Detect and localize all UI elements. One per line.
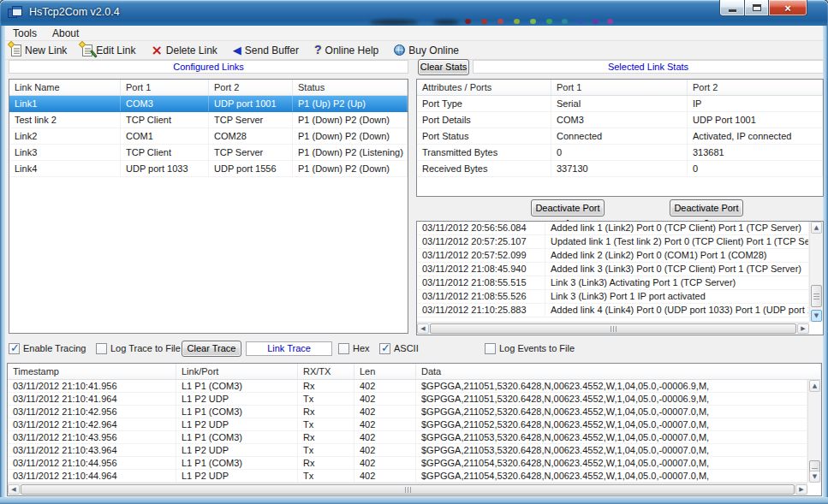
cell: TCP Server <box>209 112 293 127</box>
trace-row[interactable]: 03/11/2012 21:10:41.964L1 P2 UDPTx402$GP… <box>8 393 807 406</box>
scroll-right-button[interactable]: ▶ <box>797 323 809 334</box>
scroll-right-button[interactable]: ▶ <box>795 484 807 495</box>
deactivate-port1-button[interactable]: Deactivate Port 1 <box>531 199 605 216</box>
event-row[interactable]: 03/11/2012 21:08:45.940Added link 3 (Lin… <box>417 263 809 276</box>
enable-tracing-label[interactable]: Enable Tracing <box>23 343 86 354</box>
column-header-timestamp[interactable]: Timestamp <box>8 364 176 379</box>
trace-horizontal-scrollbar[interactable]: ◀ ▶ <box>8 483 807 495</box>
column-header-len[interactable]: Len <box>354 364 416 379</box>
enable-tracing-checkbox[interactable] <box>9 343 20 354</box>
cell: $GPGGA,211051,5320.6428,N,00623.4552,W,1… <box>416 393 807 405</box>
column-header-stats-port2[interactable]: Port 2 <box>688 80 823 95</box>
column-header-rxtx[interactable]: RX/TX <box>298 364 354 379</box>
cell: L1 P2 UDP <box>176 393 298 405</box>
event-row[interactable]: 03/11/2012 21:08:55.526Link 3 (Link3) Po… <box>417 290 809 304</box>
column-header-attributes[interactable]: Attributes / Ports <box>417 80 551 95</box>
link-row[interactable]: Link4UDP port 1033UDP port 1556P1 (Down)… <box>9 161 408 177</box>
event-row[interactable]: 03/11/2012 21:08:55.515Link 3 (Link3) Ac… <box>417 276 809 290</box>
cell: L1 P2 UDP <box>176 444 298 456</box>
trace-row[interactable]: 03/11/2012 21:10:42.956L1 P1 (COM3)Rx402… <box>8 406 807 418</box>
edit-link-button[interactable]: Edit Link <box>80 42 137 59</box>
trace-vertical-scrollbar[interactable]: ▲ ▼ <box>807 380 821 483</box>
column-header-link-name[interactable]: Link Name <box>9 80 121 95</box>
link-row[interactable]: Link1COM3UDP port 1001P1 (Up) P2 (Up) <box>9 96 408 112</box>
event-row[interactable]: 03/11/2012 20:57:25.107Updated link 1 (T… <box>417 235 809 249</box>
online-help-button[interactable]: ? Online Help <box>313 42 380 59</box>
cell: L1 P1 (COM3) <box>176 457 298 469</box>
cell: 0 <box>551 145 688 160</box>
cell: IP <box>688 96 823 111</box>
log-events-label[interactable]: Log Events to File <box>499 343 575 354</box>
log-events-checkbox[interactable] <box>485 343 496 354</box>
new-link-button[interactable]: New Link <box>9 42 69 59</box>
scroll-down-button[interactable]: ▼ <box>809 471 820 483</box>
scroll-left-button[interactable]: ◀ <box>417 323 429 334</box>
cell: $GPGGA,211054,5320.6428,N,00623.4552,W,1… <box>416 470 807 482</box>
scroll-up-button[interactable]: ▲ <box>811 222 822 234</box>
event-log-vertical-scrollbar[interactable]: ▲ ▼ <box>809 222 823 322</box>
cell: TCP Client <box>121 112 209 127</box>
configured-links-body: Link1COM3UDP port 1001P1 (Up) P2 (Up)Tes… <box>9 96 408 177</box>
selected-link-stats-title: Selected Link Stats <box>473 60 824 74</box>
trace-row[interactable]: 03/11/2012 21:10:44.964L1 P2 UDPTx402$GP… <box>8 470 807 483</box>
cell: Link1 <box>9 96 121 111</box>
cell: Link3 <box>9 145 121 160</box>
menubar: Tools About <box>5 26 823 41</box>
window-frame <box>0 497 828 504</box>
ascii-checkbox[interactable] <box>379 343 390 354</box>
close-button[interactable]: × <box>769 0 807 16</box>
cell: 0 <box>688 161 823 176</box>
titlebar-smudge <box>370 20 418 25</box>
column-header-status[interactable]: Status <box>293 80 408 95</box>
link-row[interactable]: Link2COM1COM28P1 (Down) P2 (Down) <box>9 128 408 145</box>
buy-online-button[interactable]: Buy Online <box>392 42 461 59</box>
scroll-left-button[interactable]: ◀ <box>8 484 20 495</box>
trace-row[interactable]: 03/11/2012 21:10:43.964L1 P2 UDPTx402$GP… <box>8 444 807 457</box>
event-row[interactable]: 03/11/2012 20:56:56.084Added link 1 (Lin… <box>417 222 809 235</box>
send-buffer-label: Send Buffer <box>245 44 299 56</box>
scroll-thumb[interactable] <box>21 484 795 495</box>
maximize-icon <box>753 4 761 11</box>
scroll-thumb[interactable] <box>811 285 822 307</box>
close-icon: × <box>784 2 791 15</box>
clear-stats-button[interactable]: Clear Stats <box>418 59 469 75</box>
minimize-button[interactable] <box>719 0 745 16</box>
column-header-data[interactable]: Data <box>416 364 821 379</box>
delete-link-button[interactable]: × Delete Link <box>149 42 218 59</box>
titlebar[interactable]: HsTcp2Com v2.0.4 × <box>0 0 828 26</box>
column-header-port2[interactable]: Port 2 <box>209 80 293 95</box>
link-row[interactable]: Test link 2TCP ClientTCP ServerP1 (Down)… <box>9 112 408 128</box>
trace-row[interactable]: 03/11/2012 21:10:43.956L1 P1 (COM3)Rx402… <box>8 431 807 444</box>
ascii-label[interactable]: ASCII <box>394 343 419 354</box>
send-buffer-button[interactable]: ◀ Send Buffer <box>231 42 301 59</box>
cell: Rx <box>298 380 354 392</box>
column-header-linkport[interactable]: Link/Port <box>176 364 298 379</box>
column-header-stats-port1[interactable]: Port 1 <box>551 80 688 95</box>
clear-trace-button[interactable]: Clear Trace <box>182 341 241 357</box>
scroll-thumb[interactable] <box>430 323 796 334</box>
event-row[interactable]: 03/11/2012 21:10:25.883Added link 4 (Lin… <box>417 304 809 317</box>
cell: UDP port 1001 <box>209 96 293 111</box>
event-row[interactable]: 03/11/2012 20:57:52.099Added link 2 (Lin… <box>417 249 809 263</box>
cell: COM3 <box>121 96 209 111</box>
hex-checkbox[interactable] <box>338 343 349 354</box>
maximize-button[interactable] <box>745 0 769 16</box>
cell: $GPGGA,211053,5320.6428,N,00623.4552,W,1… <box>416 444 807 456</box>
menu-tools[interactable]: Tools <box>5 26 45 40</box>
scroll-down-button[interactable]: ▼ <box>811 310 822 322</box>
link-row[interactable]: Link3TCP ClientTCP ServerP1 (Down) P2 (L… <box>9 145 408 161</box>
scroll-up-button[interactable]: ▲ <box>809 380 820 392</box>
column-header-port1[interactable]: Port 1 <box>121 80 209 95</box>
app-icon <box>8 6 22 20</box>
log-trace-checkbox[interactable] <box>96 343 107 354</box>
cell: Added link 3 (Link3) Port 0 (TCP Client)… <box>545 263 809 276</box>
trace-row[interactable]: 03/11/2012 21:10:41.956L1 P1 (COM3)Rx402… <box>8 380 807 393</box>
hex-label[interactable]: Hex <box>353 343 370 354</box>
menu-about[interactable]: About <box>45 26 86 40</box>
cell: 03/11/2012 21:10:42.964 <box>8 418 176 430</box>
deactivate-port2-button[interactable]: Deactivate Port 2 <box>670 199 743 216</box>
trace-row[interactable]: 03/11/2012 21:10:42.964L1 P2 UDPTx402$GP… <box>8 418 807 431</box>
event-log-horizontal-scrollbar[interactable]: ◀ ▶ <box>417 322 809 335</box>
log-trace-label[interactable]: Log Trace to File <box>110 343 181 354</box>
trace-row[interactable]: 03/11/2012 21:10:44.956L1 P1 (COM3)Rx402… <box>8 457 807 470</box>
